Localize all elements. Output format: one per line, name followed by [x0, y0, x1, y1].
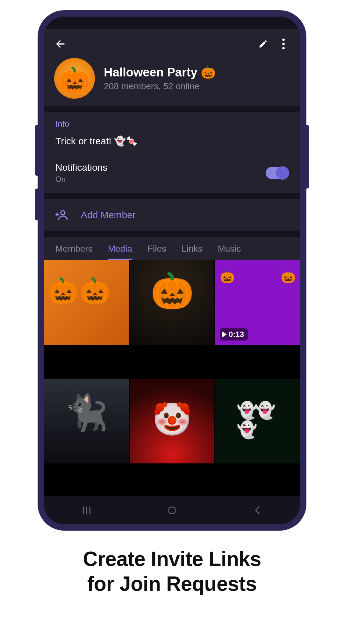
media-thumbnail[interactable] [215, 379, 300, 463]
phone-frame: Halloween Party 🎃 208 members, 52 online… [38, 10, 306, 531]
group-title: Halloween Party 🎃 [104, 65, 216, 79]
arrow-left-icon [55, 39, 66, 49]
media-thumbnail[interactable] [44, 379, 129, 463]
tab-members[interactable]: Members [55, 237, 93, 260]
more-button[interactable] [275, 35, 292, 53]
media-thumbnail[interactable] [130, 260, 214, 345]
play-icon [222, 332, 227, 337]
divider [258, 166, 258, 180]
status-bar [44, 17, 300, 29]
notifications-state: On [55, 175, 107, 184]
add-member-button[interactable]: Add Member [44, 199, 300, 231]
home-icon [167, 505, 177, 515]
svg-point-4 [61, 211, 65, 215]
android-nav-bar [44, 496, 300, 524]
edit-button[interactable] [254, 35, 272, 53]
notifications-row[interactable]: Notifications On [55, 155, 289, 192]
nav-back-button[interactable] [238, 505, 276, 515]
phone-volume-button [35, 125, 38, 176]
tab-links[interactable]: Links [182, 237, 202, 260]
svg-point-3 [282, 47, 285, 49]
tab-music[interactable]: Music [218, 237, 241, 260]
more-vert-icon [282, 39, 285, 49]
recents-icon [82, 506, 91, 514]
pencil-icon [258, 39, 268, 49]
phone-volume-button [35, 189, 38, 220]
media-thumbnail[interactable] [130, 379, 214, 463]
info-label: Info [55, 119, 289, 129]
nav-recents-button[interactable] [68, 506, 106, 514]
media-grid: 0:13 [44, 260, 300, 496]
promo-caption: Create Invite Links for Join Requests [0, 547, 344, 596]
caption-line-2: for Join Requests [0, 571, 344, 596]
group-header: Halloween Party 🎃 208 members, 52 online [44, 29, 300, 106]
media-tabs: Members Media Files Links Music [44, 237, 300, 260]
add-member-label: Add Member [81, 210, 136, 220]
user-plus-icon [55, 209, 68, 221]
info-description: Trick or treat! 👻🍬 [55, 135, 289, 155]
tab-files[interactable]: Files [147, 237, 166, 260]
media-thumbnail[interactable]: 0:13 [215, 260, 300, 345]
pumpkin-emoji: 🎃 [201, 65, 216, 79]
group-avatar[interactable] [54, 58, 95, 99]
phone-power-button [306, 125, 309, 189]
info-section: Info Trick or treat! 👻🍬 Notifications On [44, 112, 300, 193]
video-duration: 0:13 [229, 330, 244, 339]
svg-point-2 [282, 43, 285, 45]
video-duration-badge: 0:13 [220, 328, 248, 340]
media-thumbnail[interactable] [44, 260, 129, 345]
svg-point-1 [282, 39, 285, 41]
nav-home-button[interactable] [153, 505, 191, 515]
tab-media[interactable]: Media [108, 237, 132, 260]
svg-rect-10 [169, 507, 175, 513]
back-button[interactable] [52, 35, 69, 53]
group-summary: Halloween Party 🎃 208 members, 52 online [52, 54, 292, 99]
toggle-knob [276, 166, 289, 180]
top-app-bar [52, 34, 292, 54]
group-subtitle: 208 members, 52 online [104, 81, 216, 91]
notifications-toggle[interactable] [266, 167, 289, 179]
notifications-label: Notifications [55, 162, 107, 173]
caption-line-1: Create Invite Links [0, 547, 344, 571]
screen: Halloween Party 🎃 208 members, 52 online… [44, 17, 300, 524]
group-title-text: Halloween Party [104, 66, 197, 79]
chevron-left-icon [254, 505, 261, 515]
